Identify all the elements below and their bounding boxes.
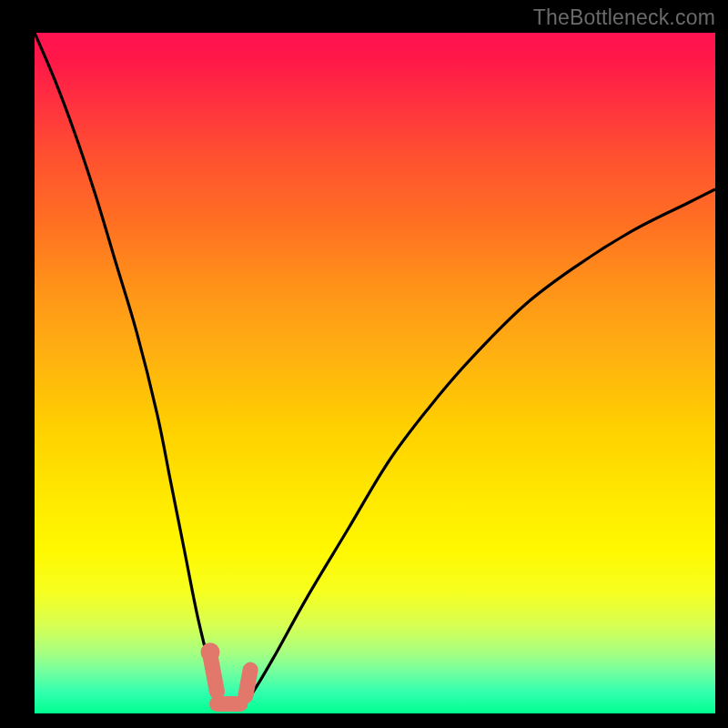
svg-line-3 — [246, 670, 250, 695]
optimal-marker — [200, 642, 250, 703]
chart-frame: TheBottleneck.com — [0, 0, 728, 728]
svg-line-1 — [210, 655, 217, 692]
plot-area — [35, 33, 715, 713]
bottleneck-curve — [35, 33, 715, 713]
watermark-text: TheBottleneck.com — [533, 5, 715, 30]
